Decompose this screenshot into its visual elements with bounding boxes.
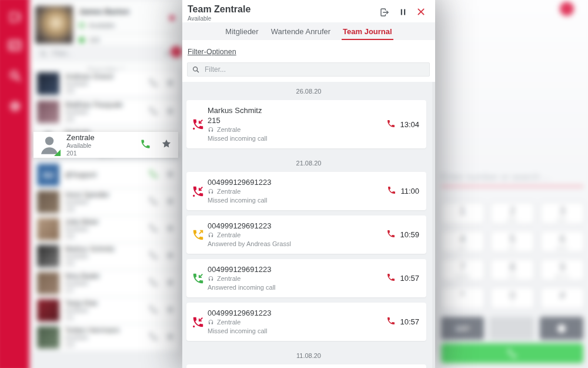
journal-entry[interactable]: 004999129691223ZentraleAnswered incoming…: [186, 259, 426, 297]
dial-key-6[interactable]: 6MNO: [540, 230, 585, 253]
contact-row-support[interactable]: SU@Support: [34, 162, 179, 188]
journal-entry[interactable]: 004999129691223ZentraleMissed incoming c…: [186, 172, 426, 210]
dial-key-8[interactable]: 8TUV: [490, 258, 535, 281]
dial-key-5[interactable]: 5JKL: [490, 230, 535, 253]
favourite-star-icon[interactable]: [166, 78, 175, 89]
phone-icon[interactable]: [386, 229, 396, 240]
dial-key-star[interactable]: *: [440, 286, 485, 310]
favourite-star-icon[interactable]: [166, 305, 175, 316]
callback-time[interactable]: 10:57: [386, 273, 419, 284]
user-avatar[interactable]: [35, 6, 73, 44]
contact-name: Horst Spindler: [65, 191, 149, 199]
settings-gear-icon[interactable]: [6, 97, 24, 115]
favourite-star-icon[interactable]: [161, 138, 172, 151]
callback-time[interactable]: 13:04: [386, 119, 419, 130]
call-contact-button[interactable]: [149, 304, 158, 316]
dial-key-2[interactable]: 2ABC: [490, 201, 535, 225]
contact-row-tanja-klee[interactable]: Tanja KleeAvailable211: [34, 297, 179, 323]
contact-row-torben-herrmann[interactable]: Torben HerrmannAvailable219: [34, 324, 179, 350]
phone-icon[interactable]: [386, 273, 396, 284]
tab-team-journal[interactable]: Team Journal: [342, 27, 393, 40]
dial-key-1[interactable]: 1: [440, 201, 485, 225]
callback-time[interactable]: 11:00: [387, 185, 419, 197]
user-line-row[interactable]: 100: [79, 37, 99, 44]
close-icon[interactable]: [416, 7, 426, 19]
contact-number: 218: [65, 206, 149, 213]
dial-key-hash[interactable]: #: [540, 286, 585, 310]
dial-input[interactable]: Enter number or search ...: [441, 172, 550, 183]
callback-time[interactable]: 10:59: [386, 229, 419, 240]
call-time: 11:00: [400, 187, 419, 195]
toggle-keys-button[interactable]: 123?: [441, 317, 484, 340]
pause-icon[interactable]: [399, 7, 407, 19]
filter-options-link[interactable]: Filter-Optionen: [188, 48, 236, 56]
callback-time[interactable]: 10:57: [386, 316, 419, 327]
favourite-star-icon[interactable]: [166, 278, 175, 289]
tab-wartende-anrufer[interactable]: Wartende Anrufer: [270, 27, 332, 40]
headset-icon: [208, 232, 214, 238]
contact-row-zentrale[interactable]: Zentrale Available 201: [34, 132, 178, 158]
favourite-star-icon[interactable]: [166, 170, 175, 181]
redial-button[interactable]: [489, 317, 534, 340]
dial-key-7[interactable]: 7PQRS: [440, 258, 485, 281]
dial-key-0[interactable]: 0+: [490, 286, 535, 310]
caller-number: 004999129691223: [208, 308, 382, 318]
logo-ring-icon[interactable]: [6, 8, 24, 26]
favourite-star-icon[interactable]: [166, 332, 175, 343]
modal-subtitle: Available: [188, 15, 250, 22]
journal-date: 21.08.20: [182, 154, 435, 172]
tab-mitglieder[interactable]: Mitglieder: [224, 27, 259, 40]
call-button[interactable]: [441, 343, 583, 363]
call-contact-button[interactable]: [149, 169, 158, 181]
phone-icon[interactable]: [386, 316, 396, 327]
call-contact-button[interactable]: [149, 196, 158, 208]
contact-row-andreas-grassl[interactable]: Andreas GrasslAvailable103: [34, 71, 179, 97]
contact-name: Nina Bader: [65, 272, 149, 280]
favourite-star-icon[interactable]: [166, 224, 175, 235]
modal-header: Team Zentrale Available: [182, 0, 435, 22]
contact-name: Andreas Grassl: [65, 72, 149, 81]
call-contact-button[interactable]: [149, 78, 158, 89]
contact-row-nina-bader[interactable]: Nina BaderAvailable217: [34, 270, 179, 296]
call-contact-button[interactable]: [149, 106, 158, 118]
contacts-filter-input[interactable]: Filter... ▼: [34, 46, 175, 61]
via-team: Zentrale: [217, 125, 240, 134]
phone-icon[interactable]: [387, 185, 396, 197]
backspace-button[interactable]: [540, 317, 583, 340]
contact-row-horst-spindler[interactable]: Horst SpindlerAvailable218: [34, 189, 179, 215]
favourite-star-icon[interactable]: [166, 197, 175, 208]
contact-name: Matthias Pasquale: [65, 101, 149, 109]
scrollbar[interactable]: [432, 82, 435, 368]
journal-entry[interactable]: 004999129691223ZentraleMissed incoming c…: [186, 303, 426, 341]
call-contact-button[interactable]: [149, 250, 158, 262]
via-line: Zentrale: [208, 274, 382, 283]
phone-icon[interactable]: [386, 119, 396, 130]
contact-row-julia-meier[interactable]: Julia MeierAvailable216: [34, 216, 179, 242]
user-presence-row[interactable]: Available: [79, 22, 115, 29]
journal-filter-input[interactable]: Filter...: [187, 62, 430, 77]
call-contact-button[interactable]: [149, 223, 158, 235]
leave-team-icon[interactable]: [379, 7, 390, 20]
contact-row-markus-schmitz[interactable]: Markus SchmitzAvailable215: [34, 243, 179, 269]
favourite-star-icon[interactable]: [166, 251, 175, 262]
favourite-star-icon[interactable]: [166, 107, 175, 118]
search-icon: [192, 65, 200, 74]
avatar: [37, 326, 59, 349]
call-contact-button[interactable]: [140, 138, 151, 152]
contacts-icon[interactable]: [6, 37, 24, 54]
dial-key-3[interactable]: 3DEF: [540, 201, 585, 225]
dial-key-9[interactable]: 9WXYZ: [540, 258, 585, 281]
search-icon[interactable]: [6, 67, 24, 84]
app-window: James Barton Available 100 Filter... ▼: [0, 0, 588, 368]
via-line: Zentrale: [208, 187, 382, 196]
record-dot: [171, 46, 182, 58]
journal-entry[interactable]: Markus Schmitz215ZentraleMissed incoming…: [186, 100, 426, 148]
chevron-down-icon[interactable]: ▼: [164, 51, 170, 57]
contact-name: Markus Schmitz: [65, 245, 149, 253]
journal-entry[interactable]: 004999129691124: [186, 364, 426, 368]
call-contact-button[interactable]: [149, 277, 158, 289]
contact-row-matthias-pasquale[interactable]: Matthias PasqualeAvailable102: [34, 99, 179, 125]
journal-entry[interactable]: 004999129691223ZentraleAnswered by Andre…: [186, 216, 426, 254]
dial-key-4[interactable]: 4GHI: [440, 230, 485, 253]
call-contact-button[interactable]: [149, 331, 158, 343]
